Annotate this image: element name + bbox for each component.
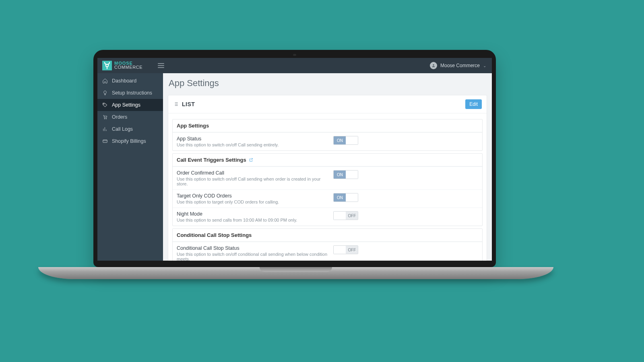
svg-point-3 — [106, 118, 107, 119]
app-body: Dashboard Setup Instructions App Setting… — [97, 73, 492, 261]
section-heading: Call Event Triggers Settings — [173, 154, 482, 167]
sidebar-item-label: Setup Instructions — [112, 90, 152, 96]
row-title: Target Only COD Orders — [177, 193, 329, 199]
row-title: App Status — [177, 136, 329, 142]
section-heading: App Settings — [173, 119, 482, 132]
edit-button[interactable]: Edit — [465, 99, 482, 109]
row-night-mode: Night Mode Use this option to send calls… — [173, 208, 482, 226]
svg-point-1 — [103, 104, 104, 104]
list-icon — [173, 101, 179, 107]
toggle-app-status[interactable]: ON — [333, 136, 358, 145]
bar-chart-icon — [102, 126, 108, 132]
toggle-on-label — [334, 246, 346, 254]
toggle-off-label: OFF — [346, 246, 358, 254]
row-subtitle: Use this option to switch on/off conditi… — [177, 252, 329, 261]
sidebar-item-label: Dashboard — [112, 78, 136, 84]
credit-card-icon — [102, 138, 108, 144]
row-stop-status: Conditional Call Stop Status Use this op… — [173, 242, 482, 261]
row-title: Conditional Call Stop Status — [177, 245, 329, 251]
toggle-off-label: OFF — [346, 212, 358, 220]
row-target-cod: Target Only COD Orders Use this option t… — [173, 189, 482, 208]
avatar-icon — [430, 62, 437, 69]
row-app-status: App Status Use this option to switch on/… — [173, 132, 482, 150]
user-menu[interactable]: Moose Commerce ⌄ — [430, 62, 486, 69]
sidebar-item-label: App Settings — [112, 102, 140, 108]
row-subtitle: Use this option to switch on/off Call se… — [177, 177, 329, 186]
panel-title: LIST — [182, 101, 195, 107]
laptop-base — [38, 267, 553, 279]
toggle-stop-status[interactable]: OFF — [333, 245, 358, 254]
brand-logo-icon — [102, 61, 112, 70]
svg-point-0 — [433, 64, 434, 66]
sidebar: Dashboard Setup Instructions App Setting… — [97, 73, 163, 261]
row-subtitle: Use this option to switch on/off Call se… — [177, 142, 329, 147]
svg-rect-4 — [103, 140, 107, 143]
sidebar-item-app-settings[interactable]: App Settings — [97, 99, 163, 111]
panel-body: App Settings App Status Use this option … — [168, 113, 487, 261]
sidebar-item-label: Call Logs — [112, 126, 133, 132]
tag-icon — [102, 102, 108, 108]
row-subtitle: Use this option to send calls from 10:00… — [177, 218, 329, 222]
toggle-off-label — [346, 136, 358, 144]
toggle-on-label — [334, 212, 346, 220]
user-name: Moose Commerce — [440, 63, 480, 68]
lightbulb-icon — [102, 90, 108, 96]
brand-line2: COMMERCE — [114, 66, 142, 70]
section-call-event-triggers: Call Event Triggers Settings Order Confi… — [172, 153, 483, 226]
toggle-off-label — [346, 171, 358, 179]
sidebar-item-call-logs[interactable]: Call Logs — [97, 123, 163, 135]
brand-text: MOOSE COMMERCE — [114, 62, 142, 70]
cart-icon — [102, 114, 108, 120]
sidebar-item-orders[interactable]: Orders — [97, 111, 163, 123]
toggle-on-label: ON — [334, 136, 346, 144]
home-icon — [102, 78, 108, 84]
row-subtitle: Use this option to target only COD order… — [177, 200, 329, 204]
toggle-night-mode[interactable]: OFF — [333, 211, 358, 220]
row-title: Night Mode — [177, 211, 329, 217]
brand[interactable]: MOOSE COMMERCE — [97, 58, 147, 73]
external-link-icon[interactable] — [249, 158, 253, 162]
svg-point-2 — [104, 118, 105, 119]
main: App Settings LIST Edit — [163, 73, 492, 261]
sidebar-item-label: Orders — [112, 114, 127, 120]
toggle-on-label: ON — [334, 171, 346, 179]
sidebar-item-setup[interactable]: Setup Instructions — [97, 87, 163, 99]
sidebar-item-shopify-billings[interactable]: Shopify Billings — [97, 135, 163, 147]
toggle-off-label — [346, 193, 358, 202]
toggle-on-label: ON — [334, 193, 346, 202]
menu-toggle-button[interactable] — [155, 61, 167, 70]
row-order-confirmed: Order Confirmed Call Use this option to … — [173, 167, 482, 189]
sidebar-item-dashboard[interactable]: Dashboard — [97, 75, 163, 87]
chevron-down-icon: ⌄ — [483, 64, 486, 68]
section-heading: Conditional Call Stop Settings — [173, 229, 482, 242]
section-app-settings: App Settings App Status Use this option … — [172, 119, 483, 151]
topbar: MOOSE COMMERCE Moose Commerce ⌄ — [97, 58, 492, 73]
row-title: Order Confirmed Call — [177, 170, 329, 176]
panel-header: LIST Edit — [168, 95, 487, 113]
settings-panel: LIST Edit App Settings App Status — [168, 95, 487, 261]
section-heading-text: Call Event Triggers Settings — [177, 157, 246, 163]
page-title: App Settings — [163, 73, 492, 95]
toggle-order-confirmed[interactable]: ON — [333, 170, 358, 179]
toggle-target-cod[interactable]: ON — [333, 193, 358, 202]
screen: MOOSE COMMERCE Moose Commerce ⌄ — [97, 58, 492, 261]
laptop-frame: MOOSE COMMERCE Moose Commerce ⌄ — [93, 50, 496, 267]
sidebar-item-label: Shopify Billings — [112, 138, 146, 144]
section-conditional-stop: Conditional Call Stop Settings Condition… — [172, 228, 483, 261]
